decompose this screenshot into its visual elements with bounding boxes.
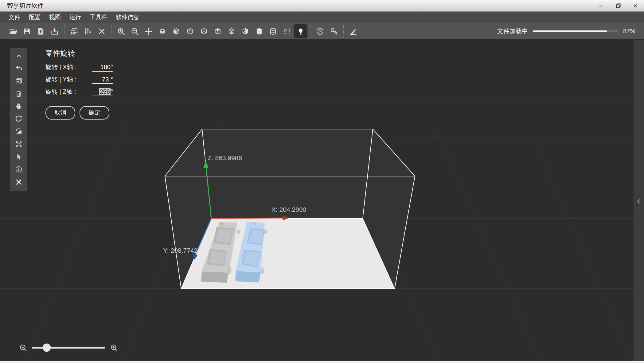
view-point-cloud-icon [283,27,291,36]
view-cube-section-icon [241,27,250,36]
x-axis-label: X: 204.2990 [271,206,306,213]
rotate-z-row: 旋转 | Z轴 : 256° [45,88,113,100]
rotate-y-value: 73 [102,76,109,83]
view-cube-wire-d-button[interactable] [224,24,238,38]
view-cube-wire-c-button[interactable] [211,24,224,38]
menu-view[interactable]: 视图 [49,13,61,21]
degree-unit: ° [111,64,113,70]
save-file-button[interactable] [20,24,34,38]
mirror-flip-icon [14,127,23,136]
view-cube-wire-b-button[interactable] [197,24,211,38]
view-cube-wire-d-icon [227,27,236,36]
view-cube-wire-c-icon [213,27,222,36]
minimize-button[interactable] [592,0,610,11]
menu-run[interactable]: 运行 [69,13,81,21]
zoom-in-button[interactable] [114,24,128,38]
degree-unit: ° [111,88,113,95]
zoom-slider-thumb[interactable] [42,344,51,352]
trash-icon [15,90,23,98]
delete-part-button[interactable] [12,87,25,100]
zoom-in-icon [117,27,125,36]
info-icon [15,165,23,173]
toolbar-separator [111,25,111,37]
save-file-icon [23,27,31,36]
progress-percent: 87% [623,28,635,35]
mirror-part-button[interactable] [12,125,25,138]
view-cylinder-solid-button[interactable] [252,24,266,38]
undo-icon [14,64,23,73]
tools-button[interactable] [95,24,108,38]
app-window: 智享切片软件 文件 配置 视图 运行 工具栏 软件信息 [0,0,644,363]
title-bar: 智享切片软件 [0,0,644,12]
export-model-button[interactable] [48,24,61,38]
rotate-y-label: 旋转 | Y轴 : [45,75,92,84]
x-axis [211,218,283,218]
export-model-icon [50,27,59,36]
crossed-tools-icon [15,178,23,186]
menu-config[interactable]: 配置 [29,13,41,21]
view-cylinder-wire-button[interactable] [266,24,280,38]
move-icon [144,27,153,36]
viewport-area: Z: 863.9986 X: 204.2990 Y: 208.7742 [0,40,644,361]
import-model-button[interactable] [34,24,48,38]
view-cube-solid-button[interactable] [155,24,169,38]
fit-view-button[interactable] [12,138,25,150]
collapse-up-button[interactable] [12,49,25,62]
confirm-button[interactable]: 确定 [80,106,109,120]
view-cube-wire-a-button[interactable] [183,24,197,38]
cancel-button[interactable]: 取消 [45,106,75,120]
rotate-z-input[interactable]: 256° [92,88,113,96]
rotate-view-button[interactable] [12,112,25,125]
rotate-x-label: 旋转 | X轴 : [45,63,92,71]
view-cube-face-button[interactable] [169,24,183,38]
menu-toolbar[interactable]: 工具栏 [90,13,107,21]
svg-text:?: ? [318,29,321,34]
rotate-y-row: 旋转 | Y轴 : 73 ° [45,75,113,88]
adjust-params-button[interactable] [81,24,95,38]
hand-icon [15,102,23,110]
right-panel-strip: ‹ [634,40,644,361]
open-file-button[interactable] [6,24,20,38]
zoom-in-icon[interactable] [110,344,118,352]
side-tool-strip [10,48,27,191]
menu-bar: 文件 配置 视图 运行 工具栏 软件信息 [0,12,644,23]
copy-plate-button[interactable] [67,24,81,38]
light-toggle-button[interactable] [294,24,307,38]
help-icon: ? [316,27,324,36]
view-point-cloud-button[interactable] [280,24,294,38]
z-axis-label: Z: 863.9986 [208,154,242,161]
repair-part-button[interactable] [12,176,25,188]
toolbar: ? 文件加载中 87% [0,23,644,39]
add-part-button[interactable] [12,75,25,87]
add-document-icon [15,77,23,85]
undo-button[interactable] [12,62,25,75]
expand-arrows-icon [15,140,23,148]
view-cube-wire-a-icon [186,27,194,36]
view-cube-section-button[interactable] [238,24,252,38]
toolbar-separator [343,25,344,37]
menu-about[interactable]: 软件信息 [116,13,139,21]
light-bulb-icon [296,27,305,36]
rotate-x-input[interactable]: 180° [92,64,113,72]
view-cube-face-icon [172,27,181,36]
license-key-button[interactable] [327,24,341,38]
panel-collapse-chevron[interactable]: ‹ [637,195,640,206]
zoom-out-button[interactable] [128,24,142,38]
zoom-out-icon[interactable] [19,344,27,352]
close-button[interactable] [627,0,644,11]
tools-icon [97,27,106,36]
select-cursor-button[interactable] [12,150,25,163]
view-cube-wire-b-icon [200,27,208,36]
view-cylinder-wire-icon [269,27,277,36]
pan-hand-button[interactable] [12,100,25,112]
help-button[interactable]: ? [313,24,327,38]
part-info-button[interactable] [12,163,25,176]
move-button[interactable] [142,24,155,38]
menu-file[interactable]: 文件 [9,13,20,21]
zoom-slider[interactable] [32,347,105,349]
restore-button[interactable] [610,0,627,11]
open-file-icon [9,27,18,36]
rotate-ccw-icon [14,115,23,123]
rotate-y-input[interactable]: 73 ° [92,76,113,84]
measure-pen-button[interactable] [346,24,360,38]
